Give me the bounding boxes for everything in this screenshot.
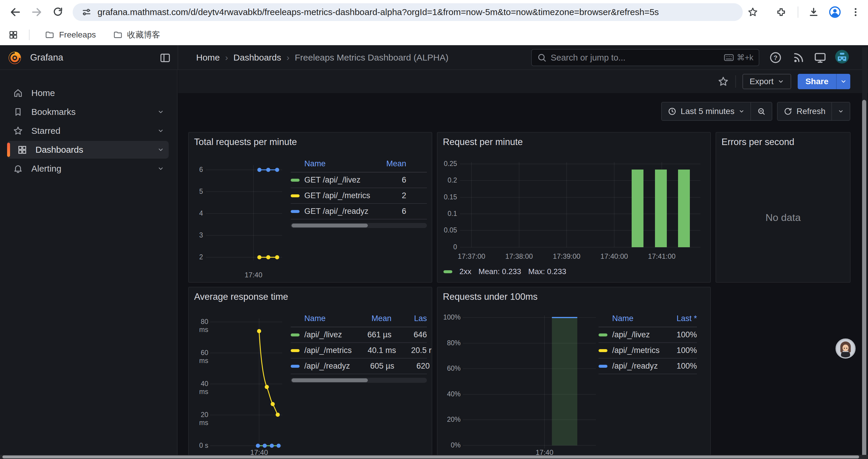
export-button[interactable]: Export bbox=[742, 74, 791, 89]
panel-title[interactable]: Errors per second bbox=[721, 137, 794, 147]
legend-row[interactable]: /api/_/livez 100% bbox=[598, 327, 697, 343]
scrollbar-thumb[interactable] bbox=[291, 224, 368, 227]
series-name[interactable]: 2xx bbox=[459, 267, 471, 276]
bar-2xx[interactable] bbox=[678, 169, 690, 247]
share-label[interactable]: Share bbox=[798, 74, 836, 89]
legend-scrollbar[interactable] bbox=[291, 223, 427, 228]
series-swatch bbox=[291, 179, 300, 182]
search-input[interactable] bbox=[551, 53, 720, 63]
sidebar-toggle-button[interactable] bbox=[158, 51, 172, 65]
bar-under-100ms[interactable] bbox=[552, 318, 577, 446]
panel-requests-under-100ms[interactable]: Requests under 100ms 100% 80% 60% 40% 20… bbox=[437, 287, 711, 459]
refresh-button[interactable]: Refresh bbox=[778, 102, 831, 120]
chevron-down-icon[interactable] bbox=[157, 109, 164, 115]
user-avatar[interactable] bbox=[835, 50, 849, 64]
legend-header-name[interactable]: Name bbox=[612, 314, 664, 323]
legend-scrollbar[interactable] bbox=[291, 378, 427, 383]
panel-title[interactable]: Average response time bbox=[194, 292, 288, 302]
bookmark-page-button[interactable] bbox=[745, 4, 761, 21]
panel-total-requests-per-minute[interactable]: Total requests per minute 6 5 4 3 2 17:4… bbox=[188, 132, 432, 283]
scrollbar-thumb[interactable] bbox=[862, 100, 866, 459]
series-name[interactable]: /api/_/readyz bbox=[304, 362, 350, 371]
bookmark-folder-blogs[interactable]: 收藏博客 bbox=[108, 27, 165, 43]
bar-2xx[interactable] bbox=[655, 169, 667, 247]
series-name[interactable]: GET /api/_/readyz bbox=[304, 207, 377, 216]
sidebar-item-home[interactable]: Home bbox=[7, 84, 169, 102]
legend-row[interactable]: /api/_/readyz 605 µs 620 bbox=[291, 359, 427, 374]
bookmark-folder-label: 收藏博客 bbox=[127, 29, 160, 40]
browser-back-button[interactable] bbox=[7, 4, 24, 21]
timeseries-chart[interactable] bbox=[206, 162, 282, 263]
series-name[interactable]: GET /api/_/livez bbox=[304, 175, 377, 185]
legend-row[interactable]: GET /api/_/metrics 2 bbox=[291, 188, 427, 204]
legend-row[interactable]: /api/_/metrics 40.1 ms 20.5 r bbox=[291, 343, 427, 359]
legend-row[interactable]: /api/_/metrics 100% bbox=[598, 343, 697, 359]
panel-errors-per-second[interactable]: Errors per second No data bbox=[716, 132, 850, 283]
horizontal-scrollbar[interactable] bbox=[0, 455, 868, 459]
legend-row[interactable]: /api/_/livez 661 µs 646 bbox=[291, 327, 427, 343]
legend-header-last[interactable]: Last * bbox=[664, 314, 697, 323]
share-button[interactable]: Share bbox=[798, 74, 850, 89]
chevron-down-icon[interactable] bbox=[157, 146, 164, 153]
panel-average-response-time[interactable]: Average response time 80 ms 60 ms 40 ms … bbox=[188, 287, 432, 459]
browser-forward-button[interactable] bbox=[28, 4, 45, 21]
sidebar-item-starred[interactable]: Starred bbox=[7, 122, 169, 140]
timeseries-chart[interactable] bbox=[210, 317, 282, 459]
favorite-dashboard-button[interactable] bbox=[718, 76, 729, 87]
panel-request-per-minute[interactable]: Request per minute 0.25 0.2 0.15 0.1 0.0… bbox=[437, 132, 711, 283]
legend-row[interactable]: /api/_/readyz 100% bbox=[598, 359, 697, 374]
sidebar-item-dashboards[interactable]: Dashboards bbox=[7, 141, 169, 159]
series-name[interactable]: GET /api/_/metrics bbox=[304, 191, 377, 200]
legend-header-mean[interactable]: Mean bbox=[347, 314, 392, 323]
series-name[interactable]: /api/_/livez bbox=[304, 330, 347, 339]
address-bar[interactable] bbox=[73, 3, 743, 21]
breadcrumb-home[interactable]: Home bbox=[196, 53, 220, 63]
refresh-interval-button[interactable] bbox=[832, 102, 850, 120]
bookmark-folder-freeleaps[interactable]: Freeleaps bbox=[40, 28, 101, 42]
chevron-down-icon[interactable] bbox=[157, 128, 164, 134]
chevron-down-icon[interactable] bbox=[157, 165, 164, 172]
grafana-brand[interactable]: Grafana bbox=[7, 45, 63, 70]
site-settings-icon[interactable] bbox=[82, 7, 92, 17]
legend-table: Name Last * /api/_/livez 100% /api/_/met… bbox=[598, 312, 697, 374]
legend-row[interactable]: GET /api/_/readyz 6 bbox=[291, 204, 427, 220]
panel-left-icon bbox=[159, 52, 171, 64]
news-button[interactable] bbox=[792, 51, 806, 65]
sidebar-item-bookmarks[interactable]: Bookmarks bbox=[7, 103, 169, 121]
share-dropdown-button[interactable] bbox=[836, 74, 850, 89]
panel-title[interactable]: Requests under 100ms bbox=[443, 292, 538, 302]
time-range-picker[interactable]: Last 5 minutes bbox=[662, 102, 750, 120]
sidebar-item-alerting[interactable]: Alerting bbox=[7, 160, 169, 177]
series-name[interactable]: /api/_/metrics bbox=[612, 346, 664, 355]
series-name[interactable]: /api/_/metrics bbox=[304, 346, 352, 355]
legend-header-last[interactable]: Las bbox=[392, 314, 427, 323]
legend-header-mean[interactable]: Mean bbox=[377, 159, 427, 168]
bar-2xx[interactable] bbox=[632, 169, 644, 247]
bar-chart[interactable] bbox=[463, 314, 596, 453]
downloads-button[interactable] bbox=[805, 4, 822, 21]
vertical-scrollbar[interactable] bbox=[862, 47, 867, 455]
kiosk-mode-button[interactable] bbox=[813, 51, 827, 65]
help-button[interactable]: ? bbox=[769, 51, 783, 65]
browser-profile-button[interactable] bbox=[827, 4, 843, 21]
series-name[interactable]: /api/_/livez bbox=[612, 330, 664, 339]
apps-grid-icon[interactable] bbox=[8, 30, 18, 40]
scrollbar-thumb[interactable] bbox=[291, 379, 368, 382]
browser-menu-button[interactable] bbox=[847, 4, 864, 21]
series-name[interactable]: /api/_/readyz bbox=[612, 362, 664, 371]
search-bar[interactable]: ⌘+k bbox=[531, 49, 759, 66]
url-input[interactable] bbox=[97, 7, 734, 17]
panel-title[interactable]: Request per minute bbox=[443, 137, 523, 147]
assistant-avatar[interactable] bbox=[836, 338, 856, 359]
legend-header-name[interactable]: Name bbox=[304, 314, 347, 323]
extensions-button[interactable] bbox=[773, 4, 789, 21]
legend-row[interactable]: GET /api/_/livez 6 bbox=[291, 172, 427, 188]
bar-chart[interactable] bbox=[460, 162, 701, 251]
breadcrumb-dashboards[interactable]: Dashboards bbox=[234, 53, 281, 63]
zoom-out-button[interactable] bbox=[751, 102, 772, 120]
legend-header-name[interactable]: Name bbox=[304, 159, 377, 168]
browser-reload-button[interactable] bbox=[50, 4, 66, 21]
scrollbar-thumb[interactable] bbox=[2, 455, 859, 458]
panel-title[interactable]: Total requests per minute bbox=[194, 137, 297, 147]
legend-table: Name Mean Las /api/_/livez 661 µs 646 /a… bbox=[291, 312, 427, 383]
